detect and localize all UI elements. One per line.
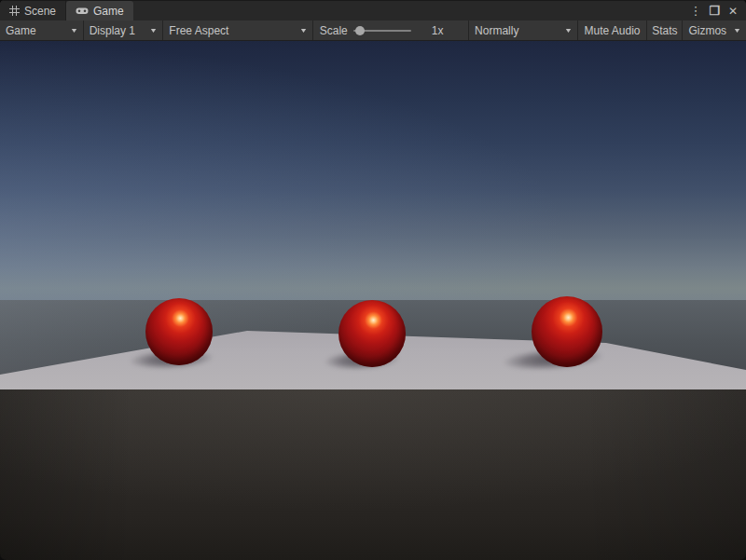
maximize-button[interactable]: ❒ — [707, 4, 722, 19]
scale-label: Scale — [320, 24, 348, 37]
more-menu-button[interactable]: ⋮ — [688, 4, 703, 19]
aspect-ratio-dropdown[interactable]: Free Aspect ▼ — [163, 20, 311, 40]
red-sphere — [338, 300, 406, 367]
gizmos-dropdown[interactable]: Gizmos ▼ — [683, 20, 746, 40]
chevron-down-icon: ▼ — [299, 27, 308, 34]
display-dropdown[interactable]: Display 1 ▼ — [84, 20, 163, 40]
scale-control: Scale 1x — [313, 20, 468, 40]
gizmos-dropdown-label: Gizmos — [688, 24, 726, 37]
unity-game-window: Scene Game ⋮ ❒ ✕ — [0, 0, 746, 560]
gamepad-icon — [76, 7, 89, 16]
game-view-dropdown[interactable]: Game ▼ — [0, 20, 83, 40]
sky-gradient — [0, 41, 746, 301]
scale-slider-knob[interactable] — [355, 26, 365, 35]
play-mode-dropdown[interactable]: Normally ▼ — [469, 20, 577, 40]
grid-icon — [9, 6, 20, 16]
stats-label: Stats — [652, 24, 677, 37]
maximize-icon: ❒ — [709, 5, 720, 17]
display-dropdown-label: Display 1 — [90, 24, 135, 37]
chevron-down-icon: ▼ — [564, 27, 573, 34]
scale-value: 1x — [432, 24, 444, 37]
tab-game[interactable]: Game — [66, 1, 133, 20]
tab-bar: Scene Game ⋮ ❒ ✕ — [0, 0, 746, 20]
game-view-dropdown-label: Game — [6, 24, 36, 37]
chevron-down-icon: ▼ — [70, 27, 78, 34]
tab-label: Scene — [24, 5, 56, 18]
play-mode-dropdown-label: Normally — [475, 24, 518, 37]
scale-slider[interactable] — [353, 25, 426, 36]
tab-scene[interactable]: Scene — [0, 1, 66, 20]
kebab-menu-icon: ⋮ — [690, 5, 702, 17]
stats-button[interactable]: Stats — [647, 20, 682, 40]
mute-audio-button[interactable]: Mute Audio — [578, 20, 647, 40]
red-sphere — [145, 298, 213, 365]
foreground-ground — [0, 389, 746, 560]
chevron-down-icon: ▼ — [149, 27, 158, 34]
tabbar-spacer — [133, 1, 688, 20]
mute-audio-label: Mute Audio — [585, 24, 641, 37]
window-controls: ⋮ ❒ ✕ — [688, 1, 746, 20]
tab-label: Game — [93, 5, 124, 18]
chevron-down-icon: ▼ — [733, 27, 741, 34]
aspect-dropdown-label: Free Aspect — [169, 24, 228, 37]
game-view-toolbar: Game ▼ Display 1 ▼ Free Aspect ▼ Scale 1… — [0, 20, 746, 41]
red-sphere — [532, 296, 602, 367]
close-icon: ✕ — [728, 6, 738, 17]
close-button[interactable]: ✕ — [725, 4, 740, 19]
game-render-viewport[interactable] — [0, 41, 746, 560]
